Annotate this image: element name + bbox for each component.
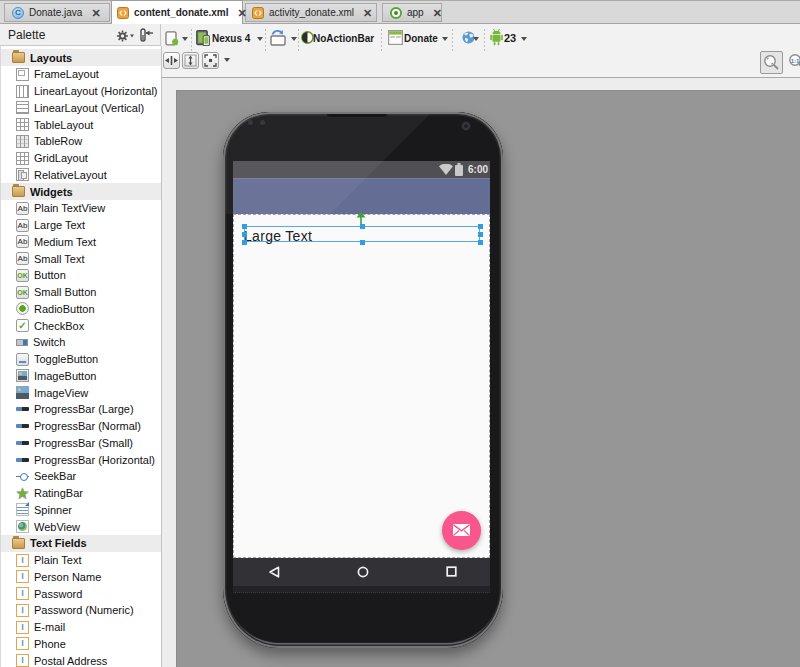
svg-text:1:1: 1:1: [791, 58, 800, 64]
